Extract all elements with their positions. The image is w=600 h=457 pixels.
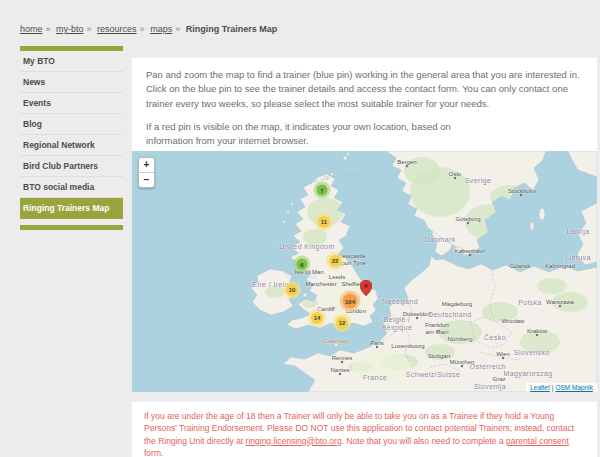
- osm-link[interactable]: OSM Mapnik: [555, 384, 593, 391]
- map-clusters: 7 11 6 22 10 104 14: [132, 151, 597, 392]
- sidebar: My BTO News Events Blog Regional Network…: [20, 46, 123, 230]
- notice-text-middle: . Note that you will also need to comple…: [342, 436, 506, 446]
- red-pin[interactable]: [360, 280, 372, 296]
- trainer-cluster-marker[interactable]: 11: [318, 216, 330, 228]
- zoom-out-button[interactable]: −: [139, 172, 154, 187]
- sidebar-item[interactable]: News: [20, 72, 123, 93]
- cluster-count: 11: [321, 219, 327, 225]
- trainer-cluster-marker[interactable]: 104: [343, 294, 358, 309]
- attribution-separator: |: [552, 384, 554, 391]
- sidebar-bottom-bar: [20, 225, 123, 230]
- sidebar-item[interactable]: Blog: [20, 114, 123, 135]
- sidebar-item[interactable]: Regional Network: [20, 135, 123, 156]
- trainer-cluster-marker[interactable]: 10: [286, 284, 298, 296]
- notice-text-after: .: [161, 448, 163, 457]
- cluster-count: 12: [339, 320, 346, 326]
- sidebar-item[interactable]: Events: [20, 93, 123, 114]
- map-attribution: Leaflet|OSM Mapnik: [526, 383, 597, 392]
- cluster-count: 22: [332, 258, 339, 264]
- cluster-count: 7: [320, 187, 323, 193]
- breadcrumb-separator: »: [87, 24, 92, 34]
- breadcrumb-link[interactable]: my-bto: [56, 24, 84, 34]
- trainer-cluster-marker[interactable]: 6: [297, 259, 308, 270]
- sidebar-item[interactable]: Ringing Trainers Map: [20, 198, 123, 219]
- sidebar-item[interactable]: BTO social media: [20, 177, 123, 198]
- cluster-count: 6: [300, 261, 303, 267]
- breadcrumb-item[interactable]: maps»: [150, 24, 186, 34]
- breadcrumb-separator: »: [175, 24, 180, 34]
- breadcrumb: home» my-bto» resources» maps» Ringing T…: [20, 24, 283, 34]
- trainer-cluster-marker[interactable]: 7: [317, 185, 328, 196]
- trainer-cluster-marker[interactable]: 12: [336, 317, 348, 329]
- ringing-unit-email-link[interactable]: ringing.licensing@bto.org: [246, 436, 342, 446]
- cluster-count: 104: [345, 298, 355, 304]
- cluster-count: 10: [289, 287, 296, 293]
- breadcrumb-link[interactable]: maps: [150, 24, 172, 34]
- intro-paragraph-1: Pan and zoom the map to find a trainer (…: [146, 68, 583, 111]
- cluster-count: 14: [314, 315, 321, 321]
- breadcrumb-item[interactable]: my-bto»: [56, 24, 97, 34]
- breadcrumb-link[interactable]: resources: [97, 24, 137, 34]
- sidebar-item[interactable]: My BTO: [20, 51, 123, 72]
- breadcrumb-link[interactable]: home: [20, 24, 43, 34]
- trainer-cluster-marker[interactable]: 14: [311, 312, 323, 324]
- sidebar-item[interactable]: Bird Club Partners: [20, 156, 123, 177]
- under-18-notice: If you are under the age of 18 then a Tr…: [132, 402, 597, 457]
- breadcrumb-item[interactable]: resources»: [97, 24, 150, 34]
- zoom-in-button[interactable]: +: [139, 158, 154, 172]
- breadcrumb-item[interactable]: home»: [20, 24, 56, 34]
- leaflet-link[interactable]: Leaflet: [530, 384, 550, 391]
- intro-paragraph-2: If a red pin is visible on the map, it i…: [146, 120, 583, 149]
- trainers-map[interactable]: United Kingdom Éire / Ireland Newcastle …: [132, 151, 597, 392]
- breadcrumb-link[interactable]: Ringing Trainers Map: [186, 24, 278, 34]
- sidebar-menu: My BTO News Events Blog Regional Network…: [20, 51, 123, 219]
- breadcrumb-separator: »: [140, 24, 145, 34]
- map-zoom-control: + −: [138, 157, 155, 188]
- breadcrumb-item[interactable]: Ringing Trainers Map: [186, 24, 284, 34]
- breadcrumb-separator: »: [46, 24, 51, 34]
- trainer-cluster-marker[interactable]: 22: [329, 255, 341, 267]
- intro-panel: Pan and zoom the map to find a trainer (…: [132, 58, 597, 156]
